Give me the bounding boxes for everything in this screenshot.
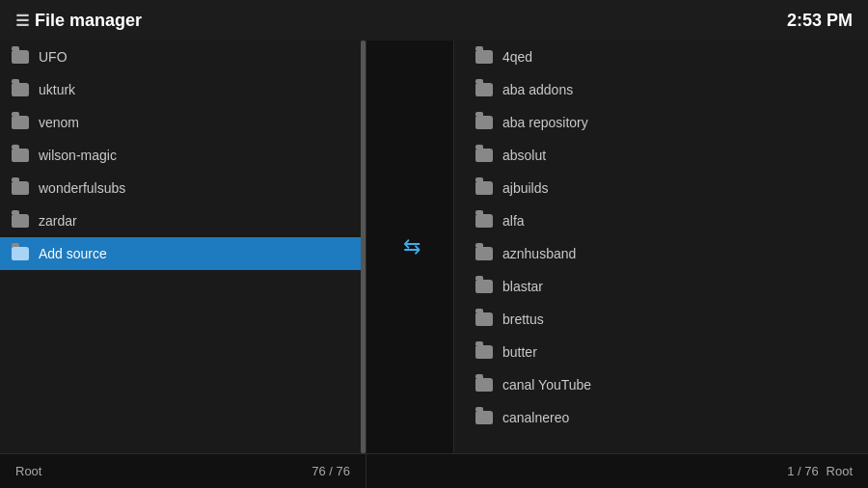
folder-icon bbox=[475, 312, 493, 326]
folder-icon bbox=[475, 247, 493, 260]
file-item-label: Add source bbox=[39, 246, 107, 261]
folder-icon bbox=[475, 83, 493, 96]
list-item[interactable]: 4qed bbox=[464, 41, 868, 73]
folder-icon bbox=[12, 214, 29, 228]
list-item[interactable]: ajbuilds bbox=[464, 172, 868, 204]
main-content: UFO ukturk venom wilson-magic wonderfuls… bbox=[0, 41, 868, 453]
folder-icon bbox=[475, 50, 493, 64]
file-item-label: ajbuilds bbox=[502, 180, 548, 196]
divider-center: ⇆ bbox=[366, 41, 453, 453]
folder-icon bbox=[475, 280, 493, 293]
folder-icon bbox=[12, 247, 29, 260]
file-item-label: canal YouTube bbox=[502, 377, 591, 393]
list-item[interactable]: blastar bbox=[464, 270, 868, 303]
footer-right: 1 / 76 Root bbox=[453, 454, 868, 488]
left-panel: UFO ukturk venom wilson-magic wonderfuls… bbox=[0, 41, 366, 453]
folder-icon bbox=[475, 214, 493, 228]
file-item-label: aznhusband bbox=[502, 246, 576, 261]
file-item-label: wilson-magic bbox=[39, 148, 117, 163]
folder-icon bbox=[12, 149, 29, 162]
app-container: ☰ File manager 2:53 PM UFO ukturk venom bbox=[0, 0, 868, 488]
file-item-label: alfa bbox=[502, 213, 525, 229]
clock: 2:53 PM bbox=[787, 11, 853, 31]
left-footer-count: 76 / 76 bbox=[312, 464, 350, 478]
list-item[interactable]: aznhusband bbox=[464, 237, 868, 270]
list-item[interactable]: wilson-magic bbox=[0, 139, 366, 172]
folder-icon bbox=[475, 378, 493, 392]
transfer-arrows-icon: ⇆ bbox=[403, 234, 417, 259]
list-item[interactable]: UFO bbox=[0, 41, 366, 73]
file-item-label: 4qed bbox=[502, 49, 532, 65]
file-item-label: ukturk bbox=[39, 82, 75, 97]
file-item-label: UFO bbox=[39, 49, 68, 65]
file-item-label: canalnereo bbox=[502, 410, 569, 425]
list-item[interactable]: alfa bbox=[464, 204, 868, 237]
folder-icon bbox=[475, 116, 493, 129]
file-item-label: absolut bbox=[502, 148, 546, 163]
list-item[interactable]: wonderfulsubs bbox=[0, 172, 366, 204]
folder-icon bbox=[475, 411, 493, 424]
list-item[interactable]: butter bbox=[464, 336, 868, 368]
header-title: ☰ File manager bbox=[15, 11, 142, 31]
file-item-label: brettus bbox=[502, 312, 544, 327]
left-scrollbar[interactable] bbox=[361, 41, 366, 453]
folder-icon bbox=[12, 116, 29, 129]
list-item[interactable]: absolut bbox=[464, 139, 868, 172]
list-item[interactable]: aba addons bbox=[464, 73, 868, 106]
list-item-selected[interactable]: Add source bbox=[0, 237, 366, 270]
left-file-list: UFO ukturk venom wilson-magic wonderfuls… bbox=[0, 41, 366, 270]
file-item-label: aba repository bbox=[502, 115, 588, 130]
right-file-list: 4qed aba addons aba repository absolut a… bbox=[464, 41, 868, 434]
right-footer-count: 1 / 76 bbox=[787, 464, 819, 478]
file-item-label: zardar bbox=[39, 213, 77, 229]
list-item[interactable]: venom bbox=[0, 106, 366, 139]
right-panel: 4qed aba addons aba repository absolut a… bbox=[453, 41, 868, 453]
folder-icon bbox=[475, 181, 493, 195]
folder-icon bbox=[475, 345, 493, 359]
footer-left: Root 76 / 76 bbox=[0, 454, 366, 488]
left-footer-label: Root bbox=[15, 464, 41, 478]
list-item[interactable]: canal YouTube bbox=[464, 368, 868, 401]
file-item-label: blastar bbox=[502, 279, 543, 294]
file-item-label: butter bbox=[502, 344, 537, 360]
list-item[interactable]: aba repository bbox=[464, 106, 868, 139]
file-item-label: aba addons bbox=[502, 82, 573, 97]
folder-icon bbox=[475, 149, 493, 162]
list-item[interactable]: ukturk bbox=[0, 73, 366, 106]
file-item-label: wonderfulsubs bbox=[39, 180, 125, 196]
footer: Root 76 / 76 1 / 76 Root bbox=[0, 453, 868, 488]
list-item[interactable]: canalnereo bbox=[464, 401, 868, 434]
menu-icon: ☰ bbox=[15, 12, 29, 30]
right-footer-label: Root bbox=[827, 464, 853, 478]
header: ☰ File manager 2:53 PM bbox=[0, 0, 868, 41]
folder-icon bbox=[12, 83, 29, 96]
footer-center bbox=[366, 454, 453, 488]
file-item-label: venom bbox=[39, 115, 79, 130]
app-title: File manager bbox=[35, 11, 142, 31]
list-item[interactable]: zardar bbox=[0, 204, 366, 237]
folder-icon bbox=[12, 181, 29, 195]
folder-icon bbox=[12, 50, 29, 64]
list-item[interactable]: brettus bbox=[464, 303, 868, 336]
